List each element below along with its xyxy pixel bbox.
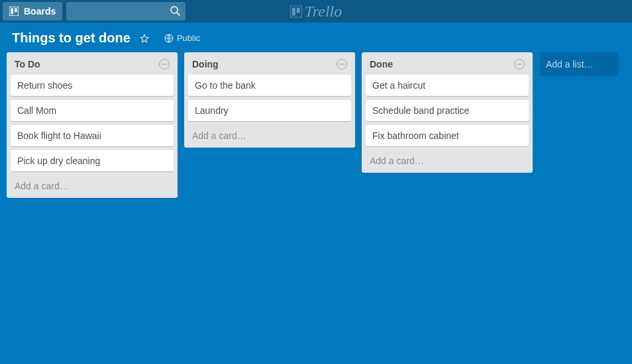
- card[interactable]: Return shoes: [11, 75, 174, 96]
- svg-rect-0: [9, 7, 19, 16]
- list-menu-button[interactable]: [337, 59, 347, 69]
- board-title[interactable]: Things to get done: [12, 30, 131, 46]
- svg-rect-5: [290, 5, 302, 17]
- list-name[interactable]: To Do: [15, 59, 40, 69]
- search-input[interactable]: [66, 2, 185, 21]
- board-header: Things to get done Public: [0, 23, 632, 51]
- boards-button-label: Boards: [24, 6, 56, 17]
- add-card-button[interactable]: Add a card…: [11, 175, 174, 193]
- topbar: Boards Trello: [0, 0, 632, 23]
- card[interactable]: Get a haircut: [366, 75, 529, 96]
- globe-icon: [164, 34, 174, 43]
- add-card-button[interactable]: Add a card…: [366, 150, 529, 167]
- board-icon: [9, 7, 19, 16]
- visibility-button[interactable]: Public: [164, 33, 200, 43]
- svg-rect-6: [292, 7, 295, 15]
- list-header: Doing: [188, 58, 351, 75]
- card[interactable]: Call Mom: [11, 100, 174, 121]
- card[interactable]: Fix bathroom cabinet: [366, 125, 529, 146]
- list-name[interactable]: Doing: [192, 59, 219, 69]
- list-doing: Doing Go to the bank Laundry Add a card…: [184, 52, 355, 148]
- svg-rect-2: [15, 9, 17, 13]
- add-card-button[interactable]: Add a card…: [188, 125, 351, 142]
- add-list-button[interactable]: Add a list…: [539, 52, 619, 76]
- svg-rect-7: [297, 7, 300, 13]
- brand-logo[interactable]: Trello: [290, 3, 342, 21]
- card[interactable]: Schedule band practice: [366, 100, 529, 121]
- star-icon: [140, 34, 149, 43]
- card[interactable]: Pick up dry cleaning: [11, 150, 174, 171]
- svg-line-4: [177, 13, 180, 15]
- visibility-label: Public: [177, 33, 200, 43]
- board-canvas: To Do Return shoes Call Mom Book flight …: [0, 51, 632, 205]
- card[interactable]: Laundry: [188, 100, 351, 121]
- list-todo: To Do Return shoes Call Mom Book flight …: [7, 52, 178, 198]
- list-menu-button[interactable]: [159, 59, 170, 69]
- card[interactable]: Book flight to Hawaii: [11, 125, 174, 146]
- list-header: Done: [366, 58, 529, 75]
- list-menu-button[interactable]: [514, 59, 525, 69]
- search-icon: [170, 5, 180, 16]
- list-header: To Do: [11, 58, 174, 75]
- list-done: Done Get a haircut Schedule band practic…: [362, 52, 533, 173]
- list-name[interactable]: Done: [370, 59, 393, 69]
- brand-name: Trello: [305, 3, 342, 21]
- logo-icon: [290, 5, 302, 17]
- svg-rect-1: [11, 9, 14, 15]
- card[interactable]: Go to the bank: [188, 75, 351, 96]
- boards-button[interactable]: Boards: [3, 2, 62, 21]
- star-button[interactable]: [140, 34, 152, 43]
